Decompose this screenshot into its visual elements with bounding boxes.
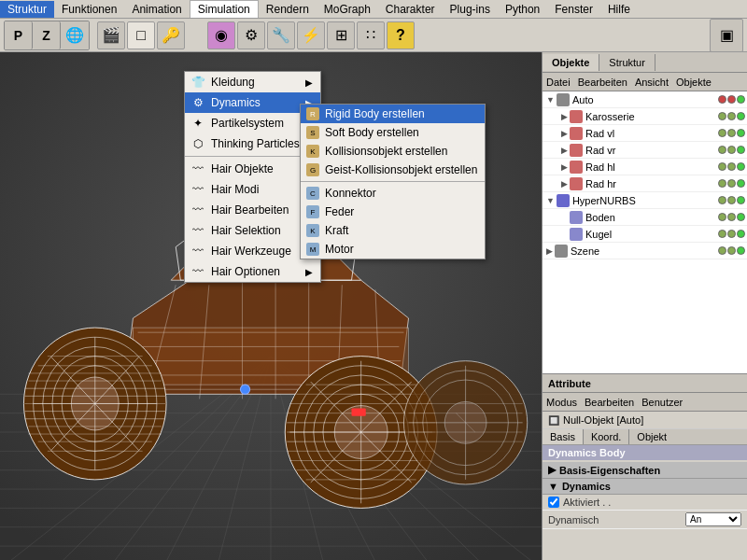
attr-panel-header: Attribute [543, 374, 747, 393]
hair-werkzeuge-icon: 〰 [190, 244, 205, 259]
menu-hilfe[interactable]: Hilfe [600, 1, 638, 18]
hair-optionen-icon: 〰 [190, 264, 205, 279]
tree-rad-vr[interactable]: ▶ Rad vr [543, 142, 747, 159]
toolbar-btn-help[interactable]: ? [387, 21, 415, 49]
rad-vr-dots [718, 146, 747, 154]
toolbar-btn-key[interactable]: 🔑 [157, 21, 185, 49]
menu-konnektor[interactable]: C Konnektor [301, 184, 485, 203]
menu-funktionen[interactable]: Funktionen [54, 1, 124, 18]
obj-toolbar-ansicht[interactable]: Ansicht [635, 77, 669, 88]
toolbar: P Z 🌐 🎬 □ 🔑 ◉ ⚙ 🔧 ⚡ ⊞ ∷ ? ▣ [0, 19, 747, 52]
attr-row-dynamisch: Dynamisch An Aus [543, 511, 747, 529]
menu-kleidung[interactable]: 👕 Kleidung ▶ [185, 72, 320, 92]
rad-hr-dots [718, 179, 747, 188]
menu-mograph[interactable]: MoGraph [317, 1, 378, 18]
obj-toolbar-objekte[interactable]: Objekte [676, 77, 712, 88]
partikelsystem-icon: ✦ [190, 116, 205, 131]
tree-szene[interactable]: ▶ Szene [543, 243, 747, 259]
boden-dots [718, 213, 747, 221]
attr-tab-objekt[interactable]: Objekt [629, 429, 674, 444]
kleidung-icon: 👕 [190, 75, 205, 90]
menu-rendern[interactable]: Rendern [259, 1, 317, 18]
obj-toolbar-datei[interactable]: Datei [546, 77, 571, 88]
obj-toolbar-bearbeiten[interactable]: Bearbeiten [578, 77, 627, 88]
auto-dots [718, 95, 747, 104]
toolbar-btn-sim1[interactable]: ◉ [207, 21, 235, 49]
tree-rad-hl[interactable]: ▶ Rad hl [543, 159, 747, 175]
tree-boden[interactable]: ▶ Boden [543, 209, 747, 226]
main-layout: Ansicht [0, 52, 747, 560]
dynamisch-select[interactable]: An Aus [685, 512, 741, 526]
menu-soft-body[interactable]: S Soft Body erstellen [301, 123, 485, 142]
attr-bearbeiten[interactable]: Bearbeiten [585, 397, 634, 408]
rad-hr-icon [570, 177, 583, 190]
attr-object-label: 🔲 Null-Objekt [Auto] [543, 412, 747, 429]
toolbar-btn-sim6[interactable]: ∷ [357, 21, 385, 49]
svg-rect-102 [351, 409, 365, 416]
attr-content: ▶ Basis-Eigenschaften ▼ Dynamics Aktivie… [543, 460, 747, 560]
hair-selektion-icon: 〰 [190, 223, 205, 238]
menu-motor[interactable]: M Motor [301, 240, 485, 259]
menu-rigid-body[interactable]: R Rigid Body erstellen [301, 105, 485, 123]
hypernurbs-dots [718, 196, 747, 204]
object-manager-toolbar: Datei Bearbeiten Ansicht Objekte [543, 73, 747, 91]
menu-simulation[interactable]: Simulation [190, 0, 259, 18]
tree-hypernurbs[interactable]: ▼ HyperNURBS [543, 192, 747, 209]
toolbar-btn-sim3[interactable]: 🔧 [267, 21, 295, 49]
null-object-icon: 🔲 [548, 415, 559, 426]
thinking-particles-icon: ⬡ [190, 136, 205, 151]
toolbar-btn-right1[interactable]: ▣ [710, 19, 743, 52]
attr-panel: Attribute Modus Bearbeiten Benutzer 🔲 Nu… [543, 373, 747, 560]
menu-geist-kollision[interactable]: G Geist-Kollisionsobjekt erstellen [301, 161, 485, 179]
dynamics-sep [301, 181, 485, 182]
menu-feder[interactable]: F Feder [301, 203, 485, 221]
menu-plugins[interactable]: Plug-ins [443, 1, 498, 18]
attr-benutzer[interactable]: Benutzer [641, 397, 683, 408]
attr-tab-basis[interactable]: Basis [543, 429, 584, 444]
attr-modus[interactable]: Modus [546, 397, 577, 408]
toolbar-btn-z[interactable]: Z [33, 21, 61, 49]
tree-auto[interactable]: ▼ Auto [543, 91, 747, 108]
motor-icon: M [306, 243, 319, 256]
menu-charakter[interactable]: Charakter [378, 1, 443, 18]
tab-objekte[interactable]: Objekte [543, 54, 599, 71]
kraft-icon: K [306, 224, 319, 237]
attr-tabs: Basis Koord. Objekt [543, 429, 747, 445]
menu-animation[interactable]: Animation [124, 1, 189, 18]
attr-dynamics-header[interactable]: ▼ Dynamics [543, 479, 747, 495]
toolbar-btn-globe[interactable]: 🌐 [61, 21, 89, 49]
toolbar-btn-sim2[interactable]: ⚙ [237, 21, 265, 49]
szene-icon [555, 245, 568, 258]
menu-kollisionsobjekt[interactable]: K Kollisionsobjekt erstellen [301, 142, 485, 161]
tab-struktur[interactable]: Struktur [599, 54, 655, 71]
karosserie-dots [718, 112, 747, 120]
tree-rad-hr[interactable]: ▶ Rad hr [543, 175, 747, 192]
dynamics-dropdown: R Rigid Body erstellen S Soft Body erste… [300, 104, 486, 259]
toolbar-btn-film[interactable]: 🎬 [97, 21, 125, 49]
menu-kraft[interactable]: K Kraft [301, 221, 485, 240]
basis-arrow-icon: ▶ [548, 464, 556, 476]
menu-hair-optionen[interactable]: 〰 Hair Optionen ▶ [185, 261, 320, 282]
object-tree: ▼ Auto ▶ Karosserie [543, 91, 747, 373]
hair-modi-icon: 〰 [190, 182, 205, 197]
rad-hl-dots [718, 162, 747, 171]
tree-kugel[interactable]: ▶ Kugel [543, 226, 747, 243]
soft-body-icon: S [306, 126, 319, 139]
tree-rad-vl[interactable]: ▶ Rad vl [543, 125, 747, 142]
kugel-icon [570, 228, 583, 241]
aktiviert-checkbox[interactable] [548, 497, 559, 508]
toolbar-btn-sim4[interactable]: ⚡ [297, 21, 325, 49]
toolbar-btn-sim5[interactable]: ⊞ [327, 21, 355, 49]
viewport[interactable]: Ansicht [0, 52, 542, 560]
attr-basis-header[interactable]: ▶ Basis-Eigenschaften [543, 462, 747, 479]
menu-fenster[interactable]: Fenster [547, 1, 600, 18]
tree-karosserie[interactable]: ▶ Karosserie [543, 108, 747, 125]
menu-python[interactable]: Python [498, 1, 547, 18]
toolbar-btn-square[interactable]: □ [127, 21, 155, 49]
attr-tab-koord[interactable]: Koord. [584, 429, 629, 444]
aktiviert-label: Aktiviert . . [563, 497, 741, 508]
toolbar-btn-p[interactable]: P [5, 21, 33, 49]
hypernurbs-icon [557, 194, 570, 207]
menu-struktur[interactable]: Struktur [0, 1, 54, 18]
kugel-dots [718, 230, 747, 238]
